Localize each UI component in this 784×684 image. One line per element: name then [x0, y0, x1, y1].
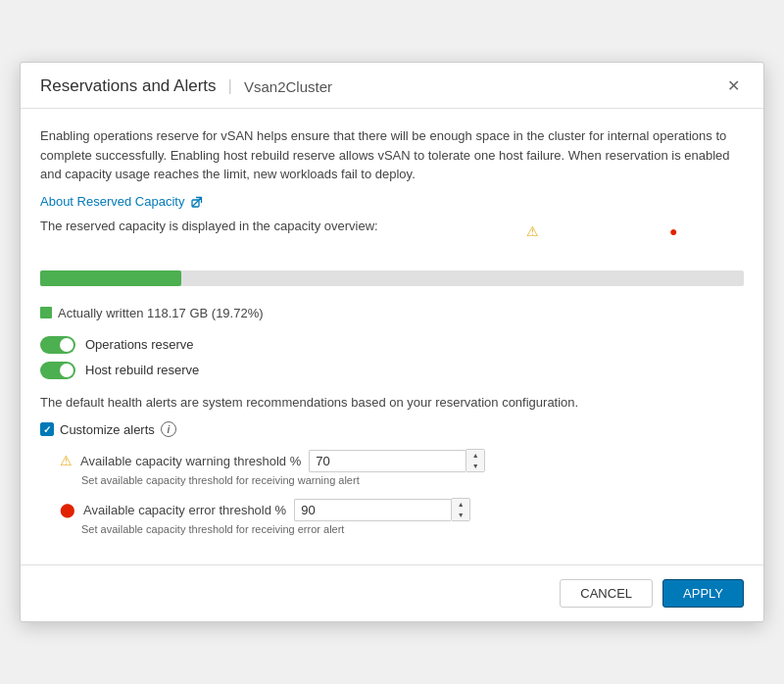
description-text: Enabling operations reserve for vSAN hel… [40, 126, 744, 184]
progress-bar-container [40, 270, 744, 286]
host-rebuild-label: Host rebuild reserve [85, 363, 199, 377]
customize-row: Customize alerts i [40, 421, 744, 437]
ops-reserve-row: Operations reserve [40, 336, 744, 354]
written-label-row: Actually written 118.17 GB (19.72%) [40, 306, 744, 320]
title-divider: | [228, 76, 232, 96]
error-threshold-icon: ⬤ [60, 502, 75, 517]
progress-bar-fill [40, 270, 181, 286]
host-rebuild-row: Host rebuild reserve [40, 362, 744, 379]
error-spinner-down[interactable]: ▼ [452, 510, 469, 520]
ops-reserve-toggle[interactable] [40, 336, 75, 354]
written-text: Actually written 118.17 GB (19.72%) [58, 306, 264, 320]
error-threshold-input[interactable] [294, 499, 451, 521]
capacity-label: The reserved capacity is displayed in th… [40, 219, 744, 233]
error-hint: Set available capacity threshold for rec… [60, 523, 744, 535]
customize-label: Customize alerts [60, 422, 155, 437]
host-rebuild-toggle[interactable] [40, 362, 75, 379]
reserved-capacity-link[interactable]: About Reserved Capacity [40, 194, 184, 209]
error-marker: ● [669, 223, 677, 239]
error-input-group: ▲ ▼ [294, 498, 470, 521]
customize-checkbox[interactable] [40, 422, 54, 436]
link-row: About Reserved Capacity [40, 194, 744, 209]
warning-spinner: ▲ ▼ [466, 449, 485, 472]
dialog-body: Enabling operations reserve for vSAN hel… [21, 109, 763, 564]
written-dot-icon [40, 307, 52, 318]
reservations-dialog: Reservations and Alerts | Vsan2Cluster ✕… [20, 62, 764, 622]
warning-threshold-input[interactable] [309, 450, 466, 472]
external-link-icon [191, 196, 203, 208]
warning-input-row: ⚠ Available capacity warning threshold %… [60, 449, 744, 472]
warning-hint: Set available capacity threshold for rec… [60, 474, 744, 486]
warning-threshold-icon: ⚠ [60, 453, 73, 468]
dialog-header: Reservations and Alerts | Vsan2Cluster ✕ [21, 63, 763, 109]
dialog-footer: CANCEL APPLY [21, 564, 763, 621]
warning-marker: ⚠ [526, 223, 539, 239]
apply-button[interactable]: APPLY [662, 579, 744, 608]
close-button[interactable]: ✕ [723, 76, 744, 96]
dialog-title: Reservations and Alerts [40, 76, 217, 96]
error-threshold-row: ⬤ Available capacity error threshold % ▲… [60, 498, 744, 543]
warning-threshold-label: Available capacity warning threshold % [80, 454, 301, 468]
threshold-section: ⚠ Available capacity warning threshold %… [40, 449, 744, 543]
ops-reserve-label: Operations reserve [85, 337, 194, 352]
warning-threshold-row: ⚠ Available capacity warning threshold %… [60, 449, 744, 494]
error-input-row: ⬤ Available capacity error threshold % ▲… [60, 498, 744, 521]
warning-input-group: ▲ ▼ [309, 449, 485, 472]
alerts-description: The default health alerts are system rec… [40, 393, 744, 413]
title-row: Reservations and Alerts | Vsan2Cluster [40, 76, 332, 96]
warning-spinner-up[interactable]: ▲ [466, 450, 484, 461]
info-icon[interactable]: i [161, 421, 176, 437]
dialog-subtitle: Vsan2Cluster [244, 78, 332, 95]
warning-spinner-down[interactable]: ▼ [466, 461, 484, 471]
toggles-section: Operations reserve Host rebuild reserve [40, 336, 744, 379]
error-spinner-up[interactable]: ▲ [452, 499, 469, 510]
error-threshold-label: Available capacity error threshold % [83, 503, 286, 517]
error-spinner: ▲ ▼ [451, 498, 470, 521]
cancel-button[interactable]: CANCEL [560, 579, 653, 608]
